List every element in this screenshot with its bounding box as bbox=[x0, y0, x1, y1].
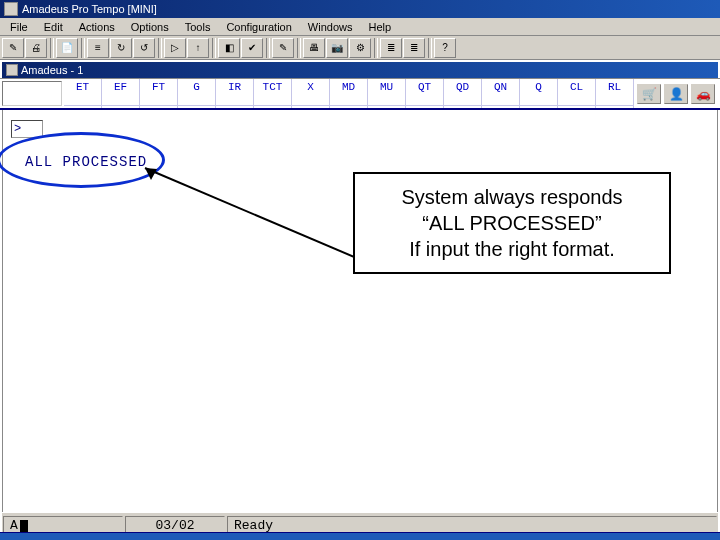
child-window-title: Amadeus - 1 bbox=[21, 62, 83, 78]
tab-rl[interactable]: RL bbox=[596, 79, 634, 108]
toolbar-sep bbox=[297, 38, 301, 58]
tab-ir[interactable]: IR bbox=[216, 79, 254, 108]
help-icon: ? bbox=[442, 42, 448, 53]
tab-mu[interactable]: MU bbox=[368, 79, 406, 108]
menu-configuration[interactable]: Configuration bbox=[218, 19, 299, 35]
toolbar-sep bbox=[212, 38, 216, 58]
window-bottom-frame bbox=[0, 532, 720, 540]
toolbar-btn-14[interactable]: ≣ bbox=[380, 38, 402, 58]
menu-options[interactable]: Options bbox=[123, 19, 177, 35]
pen-icon: ✎ bbox=[279, 42, 287, 53]
cursor-icon bbox=[20, 520, 28, 532]
gear-icon: ⚙ bbox=[356, 42, 365, 53]
tab-cl[interactable]: CL bbox=[558, 79, 596, 108]
doc-icon: 📄 bbox=[61, 42, 73, 53]
command-tab-strip: ET EF FT G IR TCT X MD MU QT QD QN Q CL … bbox=[0, 78, 720, 110]
main-window-titlebar: Amadeus Pro Tempo [MINI] bbox=[0, 0, 720, 18]
menu-bar: File Edit Actions Options Tools Configur… bbox=[0, 18, 720, 36]
toolbar-btn-1[interactable]: 🖨 bbox=[25, 38, 47, 58]
toolbar-btn-10[interactable]: ✎ bbox=[272, 38, 294, 58]
toolbar-btn-8[interactable]: ◧ bbox=[218, 38, 240, 58]
annotation-callout: System always responds “ALL PROCESSED” I… bbox=[353, 172, 671, 274]
list-icon: ≡ bbox=[95, 42, 101, 53]
toolbar-btn-7[interactable]: ↑ bbox=[187, 38, 209, 58]
callout-line3: If input the right format. bbox=[369, 236, 655, 262]
toolbar-btn-11[interactable]: 🖶 bbox=[303, 38, 325, 58]
callout-line2: “ALL PROCESSED” bbox=[369, 210, 655, 236]
right-icon-0[interactable]: 🛒 bbox=[637, 84, 661, 104]
toolbar-sep bbox=[81, 38, 85, 58]
rows-icon: ≣ bbox=[387, 42, 395, 53]
menu-tools[interactable]: Tools bbox=[177, 19, 219, 35]
tab-x[interactable]: X bbox=[292, 79, 330, 108]
app-icon bbox=[4, 2, 18, 16]
right-icon-1[interactable]: 👤 bbox=[664, 84, 688, 104]
toolbar-btn-6[interactable]: ▷ bbox=[164, 38, 186, 58]
toolbar-btn-2[interactable]: 📄 bbox=[56, 38, 78, 58]
rows2-icon: ≣ bbox=[410, 42, 418, 53]
toolbar-btn-13[interactable]: ⚙ bbox=[349, 38, 371, 58]
menu-help[interactable]: Help bbox=[360, 19, 399, 35]
toolbar-sep bbox=[428, 38, 432, 58]
panel-icon: ◧ bbox=[225, 42, 234, 53]
tab-qt[interactable]: QT bbox=[406, 79, 444, 108]
menu-actions[interactable]: Actions bbox=[71, 19, 123, 35]
tab-g[interactable]: G bbox=[178, 79, 216, 108]
svg-line-0 bbox=[145, 168, 373, 265]
toolbar-sep bbox=[266, 38, 270, 58]
toolbar: ✎ 🖨 📄 ≡ ↻ ↺ ▷ ↑ ◧ ✔ ✎ 🖶 📷 ⚙ ≣ ≣ ? bbox=[0, 36, 720, 60]
toolbar-sep bbox=[158, 38, 162, 58]
tab-ef[interactable]: EF bbox=[102, 79, 140, 108]
toolbar-btn-9[interactable]: ✔ bbox=[241, 38, 263, 58]
menu-file[interactable]: File bbox=[2, 19, 36, 35]
menu-edit[interactable]: Edit bbox=[36, 19, 71, 35]
annotation-arrow bbox=[133, 160, 383, 270]
tab-qd[interactable]: QD bbox=[444, 79, 482, 108]
menu-windows[interactable]: Windows bbox=[300, 19, 361, 35]
printer-icon: 🖶 bbox=[309, 42, 319, 53]
tab-tct[interactable]: TCT bbox=[254, 79, 292, 108]
play-icon: ▷ bbox=[171, 42, 179, 53]
terminal-input[interactable] bbox=[11, 120, 43, 138]
print-icon: 🖨 bbox=[31, 42, 41, 53]
undo-icon: ↺ bbox=[140, 42, 148, 53]
callout-line1: System always responds bbox=[369, 184, 655, 210]
terminal-area[interactable]: ALL PROCESSED System always responds “AL… bbox=[2, 110, 718, 530]
tab-ft[interactable]: FT bbox=[140, 79, 178, 108]
toolbar-btn-15[interactable]: ≣ bbox=[403, 38, 425, 58]
right-icon-2[interactable]: 🚗 bbox=[691, 84, 715, 104]
edit-icon: ✎ bbox=[9, 42, 17, 53]
tab-leading-box[interactable] bbox=[2, 81, 62, 106]
tab-qn[interactable]: QN bbox=[482, 79, 520, 108]
toolbar-sep bbox=[50, 38, 54, 58]
camera-icon: 📷 bbox=[331, 42, 343, 53]
title-text: Amadeus Pro Tempo [MINI] bbox=[22, 0, 157, 18]
toolbar-btn-3[interactable]: ≡ bbox=[87, 38, 109, 58]
toolbar-btn-5[interactable]: ↺ bbox=[133, 38, 155, 58]
child-window-titlebar: Amadeus - 1 bbox=[2, 62, 718, 78]
toolbar-btn-4[interactable]: ↻ bbox=[110, 38, 132, 58]
refresh-icon: ↻ bbox=[117, 42, 125, 53]
tab-q[interactable]: Q bbox=[520, 79, 558, 108]
tab-et[interactable]: ET bbox=[64, 79, 102, 108]
toolbar-btn-help[interactable]: ? bbox=[434, 38, 456, 58]
check-icon: ✔ bbox=[248, 42, 256, 53]
tab-md[interactable]: MD bbox=[330, 79, 368, 108]
terminal-response: ALL PROCESSED bbox=[25, 154, 147, 170]
child-window-icon bbox=[6, 64, 18, 76]
toolbar-btn-0[interactable]: ✎ bbox=[2, 38, 24, 58]
toolbar-btn-12[interactable]: 📷 bbox=[326, 38, 348, 58]
up-icon: ↑ bbox=[196, 42, 201, 53]
toolbar-sep bbox=[374, 38, 378, 58]
